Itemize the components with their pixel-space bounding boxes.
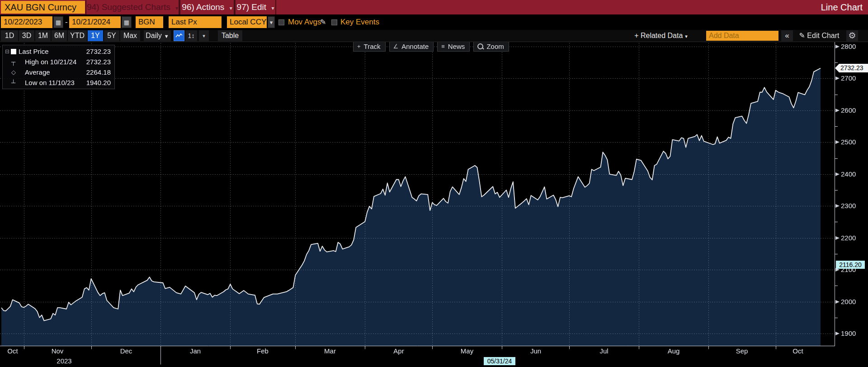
date-range-separator: - (65, 16, 68, 28)
security-field[interactable]: XAU BGN Curncy (1, 1, 85, 14)
track-crosshair-icon: + (357, 43, 361, 50)
key-events-checkbox[interactable] (331, 19, 337, 25)
chart-hover-toolbar: + Track ∠ Annotate ≡ News Zoom (353, 42, 509, 52)
edit-menu[interactable]: 97) Edit ▾ (235, 0, 276, 14)
year-label: 2023 (51, 357, 78, 365)
annotate-pencil-icon: ∠ (393, 43, 399, 50)
edit-key: 97) (237, 2, 249, 12)
edit-label: Edit (251, 2, 266, 12)
mov-avgs-checkbox[interactable] (278, 19, 284, 25)
range-button-ytd[interactable]: YTD (68, 30, 87, 41)
range-button-1y-active[interactable]: 1Y (88, 30, 103, 41)
chart-legend: ⊟ Last Price 2732.23 ┬ High on 10/21/24 … (2, 45, 115, 89)
zoom-button[interactable]: Zoom (473, 42, 509, 52)
zoom-magnifier-icon (477, 43, 483, 49)
date-to-input[interactable]: 10/21/2024 (69, 16, 121, 28)
currency-selector[interactable]: Local CCY (227, 16, 267, 28)
date-to-calendar-button[interactable]: ▦ (122, 16, 132, 28)
track-button[interactable]: + Track (353, 42, 386, 52)
range-button-6m[interactable]: 6M (52, 30, 67, 41)
actions-key: 96) (182, 2, 194, 12)
line-chart-type-button[interactable] (174, 30, 184, 41)
pricing-source-field[interactable]: BGN (136, 16, 163, 28)
calendar-icon: ▦ (56, 19, 61, 26)
track-label: Track (364, 43, 381, 50)
period-toolbar: 1D 3D 1M 6M YTD 1Y 5Y Max Daily▼ 1↕ ▾ Ta… (0, 30, 868, 42)
price-field-selector[interactable]: Last Px (169, 16, 222, 28)
last-price-swatch (11, 49, 16, 54)
pencil-icon: ✎ (799, 32, 805, 39)
chevron-down-icon: ▾ (175, 5, 178, 11)
range-button-1m[interactable]: 1M (35, 30, 51, 41)
suggested-charts-key: 94) (87, 2, 99, 12)
date-from-calendar-button[interactable]: ▦ (53, 16, 63, 28)
news-lines-icon: ≡ (441, 43, 445, 50)
range-button-1d[interactable]: 1D (1, 30, 18, 41)
range-button-3d[interactable]: 3D (19, 30, 34, 41)
edit-chart-label: Edit Chart (807, 32, 839, 39)
average-marker-icon: ◇ (11, 69, 16, 76)
high-marker-icon: ┬ (11, 58, 15, 65)
annotate-button[interactable]: ∠ Annotate (389, 42, 434, 52)
news-button[interactable]: ≡ News (437, 42, 470, 52)
axis-toggle-button[interactable]: 1↕ (185, 30, 197, 41)
edit-chart-button[interactable]: ✎ Edit Chart (795, 30, 844, 41)
bloomberg-chart-window: 1900200021002200230024002500260027002800… (0, 0, 868, 367)
news-label: News (448, 43, 465, 50)
legend-label: Average (25, 68, 86, 76)
mov-avgs-label: Mov Avgs (288, 16, 321, 28)
currency-dropdown-button[interactable]: ▾ (268, 16, 275, 28)
legend-value: 2732.23 (86, 58, 111, 66)
legend-row-high[interactable]: ┬ High on 10/21/24 2732.23 (3, 57, 114, 67)
track-price-axis-tag: 2116.20 (836, 261, 865, 269)
related-data-button[interactable]: + Related Data▾ (632, 30, 690, 41)
title-bar: XAU BGN Curncy 94) Suggested Charts ▾ 96… (0, 0, 868, 14)
suggested-charts-label: Suggested Charts (102, 2, 170, 12)
legend-row-average[interactable]: ◇ Average 2264.18 (3, 67, 114, 77)
chevron-down-icon: ▾ (230, 5, 232, 11)
suggested-charts-menu[interactable]: 94) Suggested Charts ▾ (85, 0, 179, 14)
add-data-input[interactable] (706, 31, 778, 41)
legend-value: 2264.18 (86, 68, 111, 76)
down-triangle-icon: ▼ (164, 33, 169, 39)
zoom-label: Zoom (486, 43, 504, 50)
settings-bar: 10/22/2023 ▦ - 10/21/2024 ▦ BGN Last Px … (0, 14, 868, 30)
legend-label: Low on 11/10/23 (25, 79, 86, 86)
chevron-down-icon: ▾ (271, 5, 274, 11)
range-button-5y[interactable]: 5Y (104, 30, 119, 41)
actions-menu[interactable]: 96) Actions ▾ (179, 0, 235, 14)
collapse-panel-button[interactable]: « (781, 30, 793, 41)
legend-row-low[interactable]: ┴ Low on 11/10/23 1940.20 (3, 77, 114, 88)
frequency-dropdown[interactable]: Daily▼ (144, 30, 171, 41)
annotate-label: Annotate (401, 43, 429, 50)
chart-type-dropdown-button[interactable]: ▾ (199, 30, 209, 41)
legend-value: 1940.20 (86, 79, 111, 86)
calendar-icon: ▦ (124, 19, 129, 26)
table-button[interactable]: Table (218, 30, 242, 41)
settings-gear-button[interactable]: ⚙ (846, 30, 858, 41)
legend-label: High on 10/21/24 (25, 58, 86, 66)
low-marker-icon: ┴ (11, 79, 15, 86)
chevron-down-icon: ▾ (685, 33, 688, 39)
last-price-axis-tag: 2732.23 (835, 64, 868, 72)
axis-updown-icon: 1↕ (188, 32, 195, 39)
mov-avgs-edit-pencil-icon[interactable]: ✎ (320, 16, 326, 28)
chevron-down-icon: ▾ (203, 33, 205, 38)
legend-expand-icon[interactable]: ⊟ (5, 48, 9, 55)
gear-icon: ⚙ (848, 31, 856, 40)
related-data-label: + Related Data (634, 32, 683, 39)
legend-label: Last Price (19, 48, 86, 55)
actions-label: Actions (196, 2, 224, 12)
range-button-max[interactable]: Max (120, 30, 140, 41)
line-chart-icon (175, 33, 183, 38)
track-date-axis-tag: 05/31/24 (484, 357, 515, 365)
legend-value: 2732.23 (86, 48, 111, 55)
frequency-value: Daily (146, 32, 162, 39)
key-events-label: Key Events (340, 16, 379, 28)
chart-type-label: Line Chart (821, 0, 863, 14)
chevron-down-icon: ▾ (270, 19, 273, 26)
legend-row-last-price[interactable]: ⊟ Last Price 2732.23 (3, 46, 114, 57)
date-from-input[interactable]: 10/22/2023 (1, 16, 52, 28)
price-chart-plot-area[interactable] (0, 0, 868, 367)
